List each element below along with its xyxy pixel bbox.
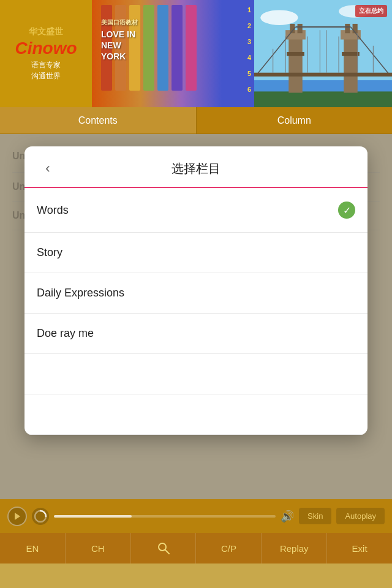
modal-item-words-label: Words [37, 204, 69, 217]
header-banner: 华文盛世 Cinowo 语言专家 沟通世界 美国口语教材 LOVE IN NEW… [0, 0, 392, 107]
svg-rect-8 [298, 24, 303, 33]
modal-item-empty1 [24, 354, 368, 394]
modal-item-doerayme[interactable]: Doe ray me [24, 314, 368, 354]
play-button[interactable] [7, 507, 27, 526]
header-bridge-image: 立在总约 [254, 0, 392, 107]
bottom-nav-replay[interactable]: Replay [262, 533, 327, 564]
promo-badge: 立在总约 [355, 5, 387, 17]
svg-rect-12 [345, 24, 350, 33]
modal-back-button[interactable]: ‹ [37, 157, 59, 179]
logo-cn-top: 华文盛世 [29, 26, 63, 37]
svg-point-1 [260, 10, 298, 25]
modal-overlay: ‹ 选择栏目 Words ✓ Story Daily Expressions [0, 134, 392, 499]
bottom-nav-en[interactable]: EN [0, 533, 66, 564]
modal-title: 选择栏目 [59, 160, 333, 177]
bottom-nav-exit[interactable]: Exit [327, 533, 392, 564]
svg-rect-18 [254, 73, 392, 77]
modal-item-words[interactable]: Words ✓ [24, 188, 368, 233]
nav-tabs: Contents Column [0, 107, 392, 134]
book-cover-text: 美国口语教材 LOVE IN NEW YORK [101, 18, 138, 62]
modal-item-daily[interactable]: Daily Expressions [24, 273, 368, 314]
svg-rect-5 [288, 33, 303, 92]
svg-rect-14 [342, 52, 360, 56]
tab-column[interactable]: Column [197, 107, 393, 134]
svg-rect-6 [285, 30, 306, 39]
progress-track[interactable] [54, 515, 276, 518]
modal-item-empty2 [24, 394, 368, 435]
bottom-nav-search[interactable] [131, 533, 197, 564]
logo-brand: Cinowo [15, 40, 77, 57]
words-check-icon: ✓ [338, 202, 355, 219]
svg-line-30 [165, 550, 169, 554]
svg-rect-4 [254, 91, 392, 107]
bottom-nav: EN CH C/P Replay Exit [0, 533, 392, 564]
skin-button[interactable]: Skin [299, 508, 331, 524]
modal-item-daily-label: Daily Expressions [37, 287, 124, 300]
bottom-nav-ch[interactable]: CH [66, 533, 131, 564]
spinner-icon [32, 508, 49, 525]
modal-header: ‹ 选择栏目 [24, 146, 368, 179]
modal-item-story[interactable]: Story [24, 233, 368, 273]
svg-point-29 [159, 543, 166, 551]
progress-fill [54, 515, 132, 518]
header-book-image: 美国口语教材 LOVE IN NEW YORK 1 2 3 4 5 6 [92, 0, 254, 107]
svg-rect-9 [287, 52, 304, 56]
autoplay-button[interactable]: Autoplay [336, 508, 385, 524]
modal-dialog: ‹ 选择栏目 Words ✓ Story Daily Expressions [24, 146, 368, 435]
modal-item-story-label: Story [37, 246, 62, 259]
volume-icon[interactable]: 🔊 [281, 510, 294, 523]
svg-marker-27 [15, 513, 20, 520]
svg-rect-10 [344, 33, 358, 92]
app-logo: 华文盛世 Cinowo 语言专家 沟通世界 [0, 0, 92, 107]
tab-contents[interactable]: Contents [0, 107, 197, 134]
logo-tagline: 语言专家 沟通世界 [31, 59, 61, 81]
player-bar: 🔊 Skin Autoplay [0, 499, 392, 533]
bottom-nav-cp[interactable]: C/P [196, 533, 262, 564]
modal-item-doerayme-label: Doe ray me [37, 327, 94, 340]
main-content: Unit 1 ✓ The hat Unit 2 Unit 3 ‹ 选择栏目 Wo… [0, 134, 392, 499]
modal-list: Words ✓ Story Daily Expressions Doe ray … [24, 188, 368, 435]
